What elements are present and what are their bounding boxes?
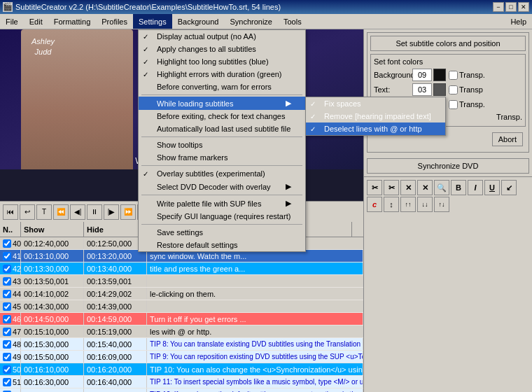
- row-checkbox[interactable]: [3, 315, 11, 323]
- abort-button[interactable]: Abort: [492, 132, 523, 146]
- minimize-button[interactable]: −: [493, 2, 504, 12]
- shift-down-tool-btn[interactable]: ↓↓: [417, 197, 433, 212]
- row-text: title and press the green a...: [147, 262, 363, 274]
- menu-while-loading[interactable]: While loading subtitles ▶ ✓ Fix spaces ✓…: [139, 97, 305, 110]
- text-transp-checkbox[interactable]: [449, 85, 458, 94]
- table-row[interactable]: 47 00:15:10,000 00:15:19,000 les with @ …: [0, 326, 363, 338]
- table-row[interactable]: 48 00:15:30,000 00:15:40,000 TIP 8: You …: [0, 338, 363, 351]
- skip-back-btn[interactable]: ⏮: [3, 204, 18, 220]
- next-frame-btn[interactable]: |▶: [104, 204, 119, 220]
- menu-synchronize[interactable]: Synchronize: [224, 14, 278, 29]
- menu-auto-load[interactable]: Automatically load last used subtitle fi…: [139, 122, 305, 135]
- menu-before-exiting[interactable]: Before exiting, check for text changes: [139, 110, 305, 122]
- maximize-button[interactable]: □: [505, 2, 517, 12]
- row-show: 00:14:30,000: [21, 300, 84, 312]
- table-row[interactable]: 51 00:16:30,000 00:16:40,000 TIP 11: To …: [0, 376, 363, 388]
- table-row[interactable]: 45 00:14:30,000 00:14:39,000: [0, 300, 363, 313]
- align-tool-btn[interactable]: ↙: [501, 180, 517, 195]
- menu-write-palette[interactable]: Write palette file with SUP files ▶: [139, 197, 305, 210]
- row-text: TIP 11: To insert special symbols like a…: [147, 376, 363, 388]
- menu-overlay-subtitles[interactable]: ✓ Overlay subtitles (experimental): [139, 167, 305, 180]
- table-row[interactable]: 43 00:13:50,001 00:13:59,001: [0, 275, 363, 288]
- table-row[interactable]: 49 00:15:50,000 00:16:09,000 TIP 9: You …: [0, 351, 363, 363]
- cut2-tool-btn[interactable]: ✂: [384, 180, 399, 195]
- text-label: Text:: [374, 85, 412, 94]
- menu-apply-changes[interactable]: ✓ Apply changes to all subtitles: [139, 43, 305, 55]
- menu-formatting[interactable]: Formatting: [48, 14, 97, 29]
- menu-file[interactable]: File: [0, 14, 24, 29]
- menu-tools[interactable]: Tools: [278, 14, 307, 29]
- background-transp-label: Transp.: [459, 71, 485, 79]
- row-checkbox[interactable]: [3, 302, 11, 311]
- text-swatch[interactable]: [433, 83, 446, 96]
- row-num: 52: [0, 388, 21, 392]
- prev-btn[interactable]: ⏪: [53, 204, 69, 220]
- menu-save-settings[interactable]: Save settings: [139, 226, 305, 239]
- row-checkbox[interactable]: [3, 353, 11, 361]
- submenu-remove-hearing[interactable]: ✓ Remove [hearing impaired text]: [306, 110, 445, 122]
- menu-restore-defaults[interactable]: Restore default settings: [139, 239, 305, 251]
- table-row[interactable]: 52 00:16:50,000 00:16:59,000 TIP 12: If …: [0, 388, 363, 392]
- menu-highlight-long[interactable]: ✓ Highlight too long subtitles (blue): [139, 55, 305, 68]
- play-pause-btn[interactable]: ⏸: [87, 204, 102, 220]
- outline-transp-checkbox[interactable]: [449, 100, 458, 109]
- background-swatch[interactable]: [433, 69, 446, 81]
- spacing-tool-btn[interactable]: ↕: [384, 197, 399, 212]
- cut-tool-btn[interactable]: ✂: [367, 180, 382, 195]
- swap-tool-btn[interactable]: ↑↓: [434, 197, 449, 212]
- menu-highlight-errors[interactable]: ✓ Highlight errors with duration (green): [139, 68, 305, 80]
- menu-show-tooltips[interactable]: Show tooltips: [139, 139, 305, 151]
- menu-specify-gui-lang[interactable]: Specify GUI language (requires restart): [139, 210, 305, 223]
- shift-up-tool-btn[interactable]: ↑↑: [400, 197, 416, 212]
- close-button[interactable]: ✕: [518, 2, 529, 12]
- underline-tool-btn[interactable]: U: [484, 180, 500, 195]
- menu-settings[interactable]: Settings: [133, 14, 172, 29]
- row-checkbox[interactable]: [3, 277, 11, 286]
- delete2-tool-btn[interactable]: ✕: [417, 180, 433, 195]
- text-up-btn[interactable]: T: [36, 204, 52, 220]
- italic-tool-btn[interactable]: I: [468, 180, 483, 195]
- row-checkbox[interactable]: [3, 252, 11, 260]
- row-checkbox[interactable]: [3, 239, 11, 248]
- background-value-input[interactable]: [412, 69, 432, 81]
- set-subtitle-colors-button[interactable]: Set subtitle colors and position: [370, 36, 526, 51]
- search-tool-btn[interactable]: 🔍: [434, 180, 449, 195]
- sync-dvd-button[interactable]: Synchronize DVD: [367, 158, 529, 174]
- row-checkbox[interactable]: [3, 340, 11, 349]
- table-row[interactable]: 44 00:14:10,002 00:14:29,002 le-clicking…: [0, 288, 363, 300]
- text-transp-label: Transp: [459, 85, 483, 94]
- background-transp-checkbox[interactable]: [449, 71, 458, 80]
- menu-show-frame-markers[interactable]: Show frame markers: [139, 151, 305, 164]
- menu-warn-errors[interactable]: Before converting, warn for errors: [139, 80, 305, 93]
- row-num: 51: [0, 376, 21, 388]
- row-checkbox[interactable]: [3, 290, 11, 298]
- menu-edit[interactable]: Edit: [24, 14, 48, 29]
- color-tool-btn[interactable]: c: [367, 197, 382, 212]
- menu-display-actual[interactable]: ✓ Display actual output (no AA): [139, 30, 305, 43]
- bold-tool-btn[interactable]: B: [451, 180, 466, 195]
- menu-background[interactable]: Background: [172, 14, 225, 29]
- text-value-input[interactable]: [412, 83, 432, 96]
- menu-profiles[interactable]: Profiles: [96, 14, 133, 29]
- extra-transp-label: Transp.: [496, 113, 522, 121]
- submenu-fix-spaces[interactable]: ✓ Fix spaces: [306, 97, 445, 110]
- table-row[interactable]: 46 00:14:50,000 00:14:59,000 Turn it off…: [0, 313, 363, 326]
- settings-dropdown[interactable]: ✓ Display actual output (no AA) ✓ Apply …: [138, 29, 306, 252]
- check-icon: ✓: [143, 170, 148, 178]
- title-bar: 🎬 SubtitleCreator v2.2 (H:\SubtitleCreat…: [0, 0, 532, 14]
- submenu-arrow-icon: ▶: [272, 99, 291, 108]
- menu-select-dvd-decoder[interactable]: Select DVD Decoder with overlay ▶: [139, 180, 305, 193]
- table-row[interactable]: 50 00:16:10,000 00:16:20,000 TIP 10: You…: [0, 363, 363, 376]
- table-row[interactable]: 42 00:13:30,000 00:13:40,000 title and p…: [0, 262, 363, 275]
- row-checkbox[interactable]: [3, 378, 11, 386]
- next-btn[interactable]: ⏩: [120, 204, 136, 220]
- submenu-deselect-lines[interactable]: ✓ Deselect lines with @ or http: [306, 122, 445, 135]
- menu-help[interactable]: Help: [505, 14, 532, 29]
- row-checkbox[interactable]: [3, 328, 11, 336]
- step-back-btn[interactable]: ↩: [20, 204, 35, 220]
- prev-frame-btn[interactable]: ◀|: [70, 204, 85, 220]
- row-checkbox[interactable]: [3, 265, 11, 273]
- delete-tool-btn[interactable]: ✕: [400, 180, 416, 195]
- row-num: 46: [0, 313, 21, 325]
- row-checkbox[interactable]: [3, 365, 11, 374]
